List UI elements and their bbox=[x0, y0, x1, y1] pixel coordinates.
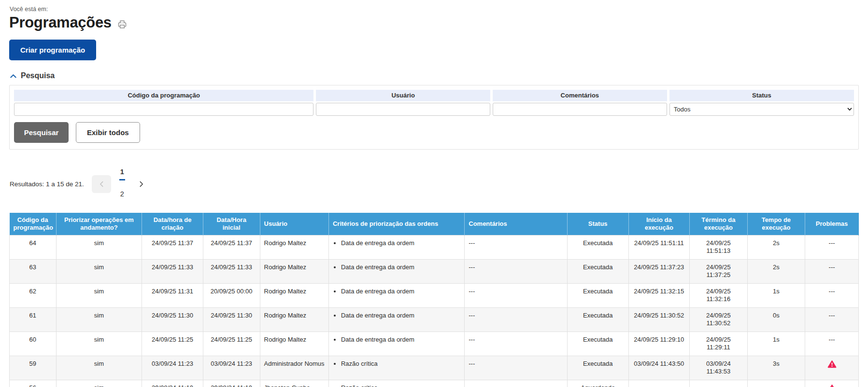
criteria-list: Razão crítica bbox=[333, 384, 460, 387]
cell-created: 24/09/25 11:30 bbox=[142, 308, 203, 332]
search-field-status: StatusTodos bbox=[669, 90, 854, 116]
search-section-toggle[interactable]: Pesquisa bbox=[10, 71, 859, 80]
table-row: 56sim29/08/24 11:1029/08/24 11:10Jhonata… bbox=[10, 380, 859, 387]
cell-criteria: Data de entrega da ordem bbox=[328, 332, 464, 356]
cell-created: 24/09/25 11:37 bbox=[142, 235, 203, 260]
cell-created: 24/09/25 11:31 bbox=[142, 284, 203, 308]
criteria-item: Data de entrega da ordem bbox=[341, 288, 460, 295]
cell-initial: 24/09/25 11:33 bbox=[203, 260, 260, 284]
cell-exec_end: 24/09/25 11:29:11 bbox=[690, 332, 748, 356]
show-all-button[interactable]: Exibir todos bbox=[76, 122, 140, 143]
search-button[interactable]: Pesquisar bbox=[14, 122, 69, 143]
cell-user: Jhonatan Cunha bbox=[260, 380, 328, 387]
cell-exec_time: 3s bbox=[747, 356, 805, 380]
cell-exec_end: 03/09/24 11:43:53 bbox=[690, 356, 748, 380]
cell-user: Rodrigo Maltez bbox=[260, 235, 328, 260]
chevron-right-icon bbox=[140, 181, 143, 187]
cell-prioritize: sim bbox=[56, 356, 142, 380]
cell-code: 61 bbox=[10, 308, 57, 332]
pagination: 12 bbox=[92, 163, 150, 206]
cell-problems: --- bbox=[805, 235, 859, 260]
column-header-comments: Comentários bbox=[465, 213, 568, 235]
cell-code: 56 bbox=[10, 380, 57, 387]
field-label-usuario: Usuário bbox=[316, 90, 490, 101]
cell-problems bbox=[805, 356, 859, 380]
cell-exec_start: 24/09/25 11:32:15 bbox=[628, 284, 690, 308]
column-header-problems: Problemas bbox=[805, 213, 859, 235]
cell-initial: 03/09/24 11:23 bbox=[203, 356, 260, 380]
warning-triangle-icon[interactable] bbox=[827, 384, 837, 387]
cell-exec_start: --- --- bbox=[628, 380, 690, 387]
programacoes-page: Você está em: Programações Criar program… bbox=[0, 0, 868, 387]
cell-criteria: Data de entrega da ordem bbox=[328, 235, 464, 260]
status-select[interactable]: Todos bbox=[669, 103, 854, 116]
cell-user: Rodrigo Maltez bbox=[260, 284, 328, 308]
cell-problems bbox=[805, 380, 859, 387]
page-button-1[interactable]: 1 bbox=[113, 163, 131, 185]
next-page-button[interactable] bbox=[133, 177, 150, 192]
cell-comments: --- bbox=[465, 332, 568, 356]
cell-prioritize: sim bbox=[56, 308, 142, 332]
page-title: Programações bbox=[9, 14, 112, 31]
table-row: 61sim24/09/25 11:3024/09/25 11:30Rodrigo… bbox=[10, 308, 859, 332]
cell-status: Executada bbox=[567, 260, 628, 284]
warning-triangle-icon[interactable] bbox=[827, 360, 837, 368]
column-header-exec_end: Término da execução bbox=[690, 213, 748, 235]
cell-initial: 24/09/25 11:37 bbox=[203, 235, 260, 260]
create-schedule-button[interactable]: Criar programação bbox=[9, 40, 96, 60]
print-button[interactable] bbox=[116, 19, 128, 30]
criteria-list: Data de entrega da ordem bbox=[333, 263, 460, 271]
column-header-initial: Data/Hora inicial bbox=[203, 213, 260, 235]
cell-exec_time: 1s bbox=[747, 332, 805, 356]
table-row: 59sim03/09/24 11:2303/09/24 11:23Adminis… bbox=[10, 356, 859, 380]
cell-created: 24/09/25 11:33 bbox=[142, 260, 203, 284]
column-header-code: Código da programação bbox=[10, 213, 57, 235]
prev-page-button[interactable] bbox=[92, 175, 111, 193]
cell-exec_time: 2s bbox=[747, 235, 805, 260]
printer-icon bbox=[117, 20, 127, 29]
cell-exec_start: 24/09/25 11:29:10 bbox=[628, 332, 690, 356]
criteria-list: Data de entrega da ordem bbox=[333, 312, 460, 319]
search-field-codigo-da-programacao: Código da programação bbox=[14, 90, 313, 116]
cell-comments: --- bbox=[465, 235, 568, 260]
search-fields: Código da programaçãoUsuárioComentáriosS… bbox=[14, 90, 854, 116]
cell-problems: --- bbox=[805, 308, 859, 332]
criteria-item: Razão crítica bbox=[341, 360, 460, 368]
cell-comments: --- bbox=[465, 308, 568, 332]
column-header-exec_time: Tempo de execução bbox=[747, 213, 805, 235]
cell-code: 63 bbox=[10, 260, 57, 284]
cell-exec_end: --- --- bbox=[690, 380, 748, 387]
criteria-list: Data de entrega da ordem bbox=[333, 239, 460, 247]
column-header-user: Usuário bbox=[260, 213, 328, 235]
cell-status: Executada bbox=[567, 235, 628, 260]
cell-exec_time: --- bbox=[747, 380, 805, 387]
cell-problems: --- bbox=[805, 284, 859, 308]
field-label-comentarios: Comentários bbox=[493, 90, 667, 101]
cell-created: 03/09/24 11:23 bbox=[142, 356, 203, 380]
chevron-left-icon bbox=[100, 181, 103, 187]
table-row: 64sim24/09/25 11:3724/09/25 11:37Rodrigo… bbox=[10, 235, 859, 260]
cell-initial: 24/09/25 11:30 bbox=[203, 308, 260, 332]
cell-status: Executada bbox=[567, 332, 628, 356]
cell-status: Aguardando execução bbox=[567, 380, 628, 387]
comentarios-input[interactable] bbox=[493, 103, 667, 116]
criteria-list: Data de entrega da ordem bbox=[333, 336, 460, 344]
criteria-item: Data de entrega da ordem bbox=[341, 239, 460, 247]
cell-criteria: Data de entrega da ordem bbox=[328, 284, 464, 308]
column-header-prioritize: Priorizar operações em andamento? bbox=[56, 213, 142, 235]
column-header-exec_start: Início da execução bbox=[628, 213, 690, 235]
field-label-status: Status bbox=[669, 90, 854, 101]
criteria-item: Razão crítica bbox=[341, 384, 460, 387]
criteria-list: Razão crítica bbox=[333, 360, 460, 368]
usuario-input[interactable] bbox=[316, 103, 490, 116]
cell-exec_time: 1s bbox=[747, 284, 805, 308]
cell-initial: 29/08/24 11:10 bbox=[203, 380, 260, 387]
cell-exec_end: 24/09/25 11:30:52 bbox=[690, 308, 748, 332]
cell-code: 62 bbox=[10, 284, 57, 308]
cell-code: 64 bbox=[10, 235, 57, 260]
cell-exec_start: 24/09/25 11:51:11 bbox=[628, 235, 690, 260]
page-button-2[interactable]: 2 bbox=[113, 185, 131, 206]
cell-exec_time: 0s bbox=[747, 308, 805, 332]
codigo-da-programacao-input[interactable] bbox=[14, 103, 313, 116]
results-summary: Resultados: 1 a 15 de 21. bbox=[10, 180, 84, 188]
